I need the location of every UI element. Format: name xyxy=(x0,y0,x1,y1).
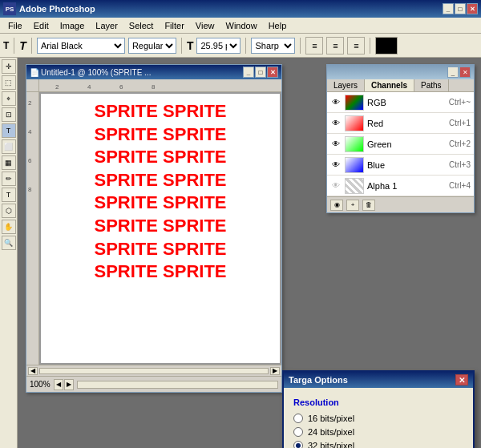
color-swatch[interactable] xyxy=(375,37,398,54)
zoom-level: 100% xyxy=(30,380,51,389)
panel-title-bar: _ ✕ xyxy=(327,65,474,79)
eraser-tool[interactable]: ⬜ xyxy=(2,139,16,154)
scroll-right-button[interactable]: ▶ xyxy=(270,367,280,375)
align-left-button[interactable]: ≡ xyxy=(305,37,323,54)
type-tool[interactable]: T xyxy=(2,188,16,202)
doc-minimize-button[interactable]: _ xyxy=(243,67,254,78)
menu-file[interactable]: File xyxy=(3,19,27,32)
channel-row-alpha[interactable]: 👁 Alpha 1 Ctrl+4 xyxy=(327,176,474,196)
dialog-close-button[interactable]: ✕ xyxy=(455,374,468,385)
menu-help[interactable]: Help xyxy=(264,19,292,32)
channel-name-blue: Blue xyxy=(367,160,446,170)
radio-32bit[interactable] xyxy=(293,441,303,448)
tool-type-alt-indicator: T xyxy=(19,39,26,52)
tab-layers[interactable]: Layers xyxy=(327,79,365,91)
channel-shortcut-rgb: Ctrl+~ xyxy=(449,98,471,107)
ruler-top: 2 4 6 8 xyxy=(26,79,281,92)
horizontal-scrollbar[interactable]: ◀ ▶ xyxy=(26,365,281,376)
panel-close-button[interactable]: ✕ xyxy=(459,67,471,78)
move-tool[interactable]: ✛ xyxy=(2,59,16,74)
channel-row-green[interactable]: 👁 Green Ctrl+2 xyxy=(327,134,474,155)
radio-row-32: 32 bits/pixel xyxy=(293,441,463,448)
radio-16bit-label: 16 bits/pixel xyxy=(308,414,354,423)
channel-thumb-blue xyxy=(345,157,364,173)
toolbar: T T Arial Black Regular T 25.95 pt Sharp… xyxy=(0,34,481,58)
align-center-button[interactable]: ≡ xyxy=(326,37,344,54)
nav-next-button[interactable]: ▶ xyxy=(64,379,74,390)
ruler-horizontal: 2 4 6 8 xyxy=(39,79,281,92)
panel-add-button[interactable]: + xyxy=(346,200,359,211)
document-icon: 📄 xyxy=(30,68,39,77)
toolbar-divider-5 xyxy=(300,38,301,54)
toolbar-divider-3 xyxy=(181,38,182,54)
maximize-button[interactable]: □ xyxy=(455,3,466,14)
document-status: 100% ◀ ▶ xyxy=(26,376,281,392)
crop-tool[interactable]: ⊡ xyxy=(2,107,16,122)
menu-select[interactable]: Select xyxy=(124,19,159,32)
nav-prev-button[interactable]: ◀ xyxy=(54,379,63,390)
channel-shortcut-alpha: Ctrl+4 xyxy=(449,181,471,190)
channel-thumb-rgb xyxy=(345,95,364,111)
channel-row-rgb[interactable]: 👁 RGB Ctrl+~ xyxy=(327,92,474,113)
dialog-body: Resolution 16 bits/pixel 24 bits/pixel 3… xyxy=(284,388,473,448)
panel-tabs: Layers Channels Paths xyxy=(327,79,474,92)
resolution-label: Resolution xyxy=(293,398,463,407)
lasso-tool[interactable]: ⌖ xyxy=(2,91,16,106)
panel-minimize-button[interactable]: _ xyxy=(447,67,459,78)
sprite-row-2: SPRITE SPRITE xyxy=(51,123,270,147)
channel-row-red[interactable]: 👁 Red Ctrl+1 xyxy=(327,113,474,134)
anti-alias-select[interactable]: Sharp xyxy=(251,38,295,54)
menu-layer[interactable]: Layer xyxy=(91,19,123,32)
channel-name-red: Red xyxy=(367,119,446,128)
window-controls: _ □ ✕ xyxy=(443,3,478,14)
channel-visibility-alpha[interactable]: 👁 xyxy=(330,180,342,192)
minimize-button[interactable]: _ xyxy=(443,3,454,14)
ruler-vertical: 2 4 6 8 xyxy=(26,92,39,365)
panel-mode-button[interactable]: ◉ xyxy=(330,200,343,211)
menu-filter[interactable]: Filter xyxy=(160,19,188,32)
title-bar: PS Adobe Photoshop _ □ ✕ xyxy=(0,0,481,18)
font-style-select[interactable]: Regular xyxy=(128,38,176,54)
channel-visibility-blue[interactable]: 👁 xyxy=(330,159,342,171)
tab-channels[interactable]: Channels xyxy=(365,79,414,91)
radio-24bit[interactable] xyxy=(293,427,303,437)
font-family-select[interactable]: Arial Black xyxy=(37,38,125,54)
panel-delete-button[interactable]: 🗑 xyxy=(362,200,375,211)
menu-window[interactable]: Window xyxy=(221,19,262,32)
close-button[interactable]: ✕ xyxy=(467,3,478,14)
channel-visibility-green[interactable]: 👁 xyxy=(330,139,342,150)
channel-list: 👁 RGB Ctrl+~ 👁 Red Ctrl+1 👁 Green xyxy=(327,92,474,196)
channel-row-blue[interactable]: 👁 Blue Ctrl+3 xyxy=(327,155,474,176)
sprite-row-7: SPRITE SPRITE xyxy=(51,238,270,261)
channel-shortcut-green: Ctrl+2 xyxy=(449,139,471,148)
channel-visibility-red[interactable]: 👁 xyxy=(330,118,342,129)
radio-16bit[interactable] xyxy=(293,414,303,423)
canvas-area: 📄 Untitled-1 @ 100% (SPRITE ... _ □ ✕ 2 … xyxy=(18,58,481,448)
scroll-thumb[interactable] xyxy=(39,368,269,374)
hand-tool[interactable]: ✋ xyxy=(2,220,16,234)
channel-name-green: Green xyxy=(367,139,446,149)
doc-close-button[interactable]: ✕ xyxy=(267,67,278,78)
zoom-tool[interactable]: 🔍 xyxy=(2,236,16,250)
menu-image[interactable]: Image xyxy=(55,19,90,32)
menu-edit[interactable]: Edit xyxy=(29,19,54,32)
document-window: 📄 Untitled-1 @ 100% (SPRITE ... _ □ ✕ 2 … xyxy=(26,64,282,393)
pen-tool[interactable]: ✏ xyxy=(2,172,16,186)
tool-type-label: T xyxy=(3,40,9,51)
doc-maximize-button[interactable]: □ xyxy=(255,67,266,78)
brush-tool[interactable]: T xyxy=(2,123,16,138)
channel-thumb-green xyxy=(345,136,364,152)
font-size-select[interactable]: 25.95 pt xyxy=(196,38,240,54)
path-tool[interactable]: ⬡ xyxy=(2,204,16,218)
gradient-tool[interactable]: ▦ xyxy=(2,155,16,170)
channel-visibility-rgb[interactable]: 👁 xyxy=(330,97,342,108)
align-right-button[interactable]: ≡ xyxy=(347,37,365,54)
ruler-corner xyxy=(26,79,39,92)
menu-view[interactable]: View xyxy=(191,19,220,32)
scroll-left-button[interactable]: ◀ xyxy=(28,367,38,375)
sprite-row-6: SPRITE SPRITE xyxy=(51,215,270,238)
tab-paths[interactable]: Paths xyxy=(414,79,449,91)
status-nav: ◀ ▶ xyxy=(54,379,74,390)
targa-options-dialog: Targa Options ✕ Resolution 16 bits/pixel… xyxy=(282,370,475,448)
selection-tool[interactable]: ⬚ xyxy=(2,75,16,90)
